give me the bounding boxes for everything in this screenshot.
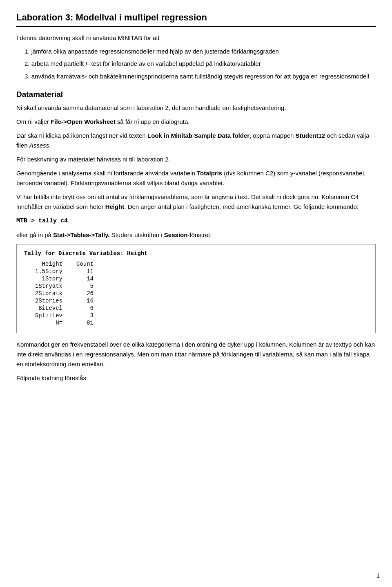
tally-row-0: 1.5Story 11 bbox=[24, 268, 368, 275]
label-text: eller gå in på Stat->Tables->Tally. Stud… bbox=[16, 230, 376, 240]
tally-row-5-col2: 6 bbox=[69, 305, 94, 311]
list-item-3: 3. använda framåtvals- och bakåteliminer… bbox=[24, 72, 376, 81]
para6-bold: Height bbox=[105, 203, 125, 210]
list-item-2: 2. arbeta med partiellt F-test för inför… bbox=[24, 59, 376, 69]
tally-row-1-col2: 14 bbox=[69, 276, 94, 282]
label-bold2: Session bbox=[164, 231, 188, 238]
para5-a: Genomgående i analyserna skall ni fortfa… bbox=[16, 170, 197, 177]
page-title: Laboration 3: Modellval i multipel regre… bbox=[16, 12, 376, 27]
para3-bold: Look in Minitab Sample Data folder bbox=[147, 132, 249, 139]
tally-row-n-col1: N= bbox=[24, 320, 69, 326]
item-text-3: använda framåtvals- och bakåteliminering… bbox=[31, 73, 369, 80]
para2-text: Om ni väljer File->Open Worksheet så får… bbox=[16, 118, 190, 125]
tally-row-5-col1: BiLevel bbox=[24, 305, 69, 311]
label-b: Studera utskriften i bbox=[109, 231, 164, 238]
tally-row-0-col2: 11 bbox=[69, 268, 94, 275]
command-text: MTB > tally c4 bbox=[16, 217, 376, 224]
list-item-1: 1. jämföra olika anpassade regressionsmo… bbox=[24, 47, 376, 56]
tally-row-3: 2Storatk 26 bbox=[24, 290, 368, 297]
para6-b: . Den anger antal plan i fastigheten, me… bbox=[124, 203, 359, 210]
item-number-3: 3. bbox=[24, 73, 31, 80]
intro-text: I denna datorövning skall ni använda MIN… bbox=[16, 34, 376, 43]
label-a: eller gå in på bbox=[16, 231, 53, 238]
tally-row-4: 2Stories 16 bbox=[24, 298, 368, 304]
para7: Kommandot ger en frekvenstabell över de … bbox=[16, 340, 376, 369]
para3: Där ska ni klicka på ikonen längst ner v… bbox=[16, 131, 376, 150]
tally-row-1-col1: 1Story bbox=[24, 276, 69, 282]
tally-row-4-col1: 2Stories bbox=[24, 298, 69, 304]
tally-row-6: SplitLev 3 bbox=[24, 312, 368, 319]
tally-output: Tally for Discrete Variables: Height Hei… bbox=[16, 244, 376, 333]
para3-b: , öppna mappen bbox=[249, 132, 296, 139]
numbered-list: 1. jämföra olika anpassade regressionsmo… bbox=[16, 47, 376, 81]
tally-row-2-col2: 5 bbox=[69, 283, 94, 289]
para8: Följande kodning föreslås: bbox=[16, 373, 376, 383]
para3-a: Där ska ni klicka på ikonen längst ner v… bbox=[16, 132, 147, 139]
para3-bold2: Student12 bbox=[296, 132, 325, 139]
tally-row-5: BiLevel 6 bbox=[24, 305, 368, 311]
tally-row-n-col2: 81 bbox=[69, 320, 94, 326]
item-number-1: 1. bbox=[24, 48, 31, 55]
para1: Ni skall använda samma datamaterial som … bbox=[16, 103, 376, 113]
item-number-2: 2. bbox=[24, 60, 31, 67]
tally-row-3-col2: 26 bbox=[69, 290, 94, 297]
tally-row-1: 1Story 14 bbox=[24, 276, 368, 282]
tally-col-headers: Height Count bbox=[24, 261, 368, 267]
tally-row-2-col1: 1Stryatk bbox=[24, 283, 69, 289]
tally-col2-header: Count bbox=[69, 261, 94, 267]
tally-row-6-col1: SplitLev bbox=[24, 312, 69, 319]
tally-row-0-col1: 1.5Story bbox=[24, 268, 69, 275]
section-title: Datamaterial bbox=[16, 90, 376, 99]
item-text-1: jämföra olika anpassade regressionsmodel… bbox=[31, 48, 279, 55]
tally-row-2: 1Stryatk 5 bbox=[24, 283, 368, 289]
tally-row-4-col2: 16 bbox=[69, 298, 94, 304]
para2: Om ni väljer File->Open Worksheet så får… bbox=[16, 117, 376, 127]
item-text-2: arbeta med partiellt F-test för införand… bbox=[31, 60, 261, 67]
para6: Vi har hittills inte brytt oss om ett an… bbox=[16, 192, 376, 212]
para4: För beskrivning av materialet hänvisas n… bbox=[16, 155, 376, 164]
label-c: -fönstret: bbox=[187, 231, 212, 238]
tally-row-3-col1: 2Storatk bbox=[24, 290, 69, 297]
para3-italic: Assess bbox=[29, 142, 49, 149]
tally-row-n: N= 81 bbox=[24, 320, 368, 326]
para3-d: . bbox=[49, 142, 51, 149]
tally-header: Tally for Discrete Variables: Height bbox=[24, 250, 368, 257]
para5: Genomgående i analyserna skall ni fortfa… bbox=[16, 168, 376, 188]
tally-row-6-col2: 3 bbox=[69, 312, 94, 319]
para5-bold: Totalpris bbox=[197, 170, 222, 177]
tally-col1-header: Height bbox=[24, 261, 69, 267]
label-bold: Stat->Tables->Tally. bbox=[53, 231, 109, 238]
